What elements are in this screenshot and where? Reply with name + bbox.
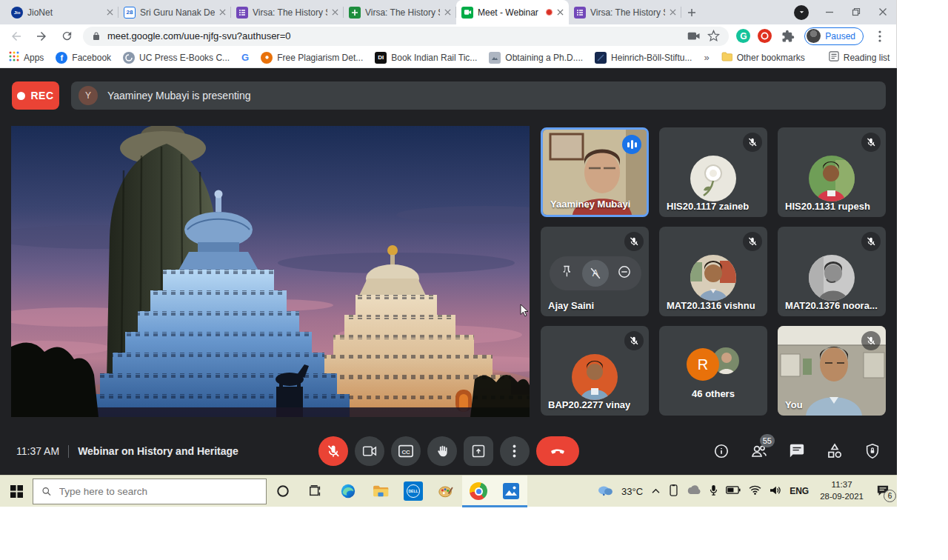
- bookmarks-overflow-chevron[interactable]: »: [704, 52, 709, 63]
- window-minimize-button[interactable]: [825, 6, 834, 19]
- taskbar-time: 11:37: [832, 480, 852, 489]
- tab-meet-active[interactable]: Meet - Webinar: [456, 0, 569, 24]
- new-tab-button[interactable]: [681, 2, 702, 23]
- tile-ajay[interactable]: A Ajay Saini: [541, 227, 649, 316]
- grammarly-extension-icon[interactable]: G: [736, 29, 750, 43]
- bookmark-plagiarism[interactable]: Free Plagiarism Det...: [261, 52, 363, 64]
- bookmark-label: Apps: [24, 53, 44, 63]
- profile-sync-paused-button[interactable]: Paused: [804, 27, 864, 45]
- leave-call-button[interactable]: [536, 436, 579, 466]
- search-input[interactable]: [59, 486, 258, 497]
- reading-list-button[interactable]: Reading list: [829, 51, 890, 64]
- raise-hand-button[interactable]: [427, 436, 457, 466]
- paint-icon[interactable]: [430, 476, 462, 507]
- activities-button[interactable]: [826, 442, 844, 460]
- pin-icon[interactable]: [559, 264, 574, 282]
- chat-button[interactable]: [789, 443, 805, 459]
- cortana-icon[interactable]: [267, 476, 299, 507]
- bookmark-apps[interactable]: Apps: [9, 51, 44, 64]
- bookmark-facebook[interactable]: f Facebook: [56, 52, 111, 64]
- tile-rupesh[interactable]: HIS20.1131 rupesh: [778, 127, 886, 217]
- more-options-button[interactable]: [500, 436, 530, 466]
- meeting-details-button[interactable]: [713, 443, 730, 459]
- start-button[interactable]: [0, 476, 33, 507]
- bookmark-phd[interactable]: Obtaining a Ph.D....: [489, 52, 583, 64]
- other-bookmarks-button[interactable]: Other bookmarks: [721, 52, 805, 64]
- tile-you[interactable]: You: [778, 326, 886, 416]
- tray-mic-icon[interactable]: [710, 484, 718, 499]
- tab-close-icon[interactable]: [219, 7, 226, 18]
- taskbar-search-box[interactable]: [33, 479, 267, 504]
- wifi-icon[interactable]: [749, 485, 761, 497]
- mute-participant-icon[interactable]: A: [582, 260, 609, 287]
- tile-zaineb[interactable]: HIS20.1117 zaineb: [659, 127, 767, 217]
- participant-name: HIS20.1131 rupesh: [785, 201, 870, 212]
- tile-yaaminey[interactable]: Yaaminey Mubayi: [541, 127, 649, 217]
- meet-control-bar: 11:37 AM Webinar on History and Heritage…: [0, 427, 897, 475]
- remove-participant-icon[interactable]: [617, 264, 632, 282]
- task-view-icon[interactable]: [299, 476, 332, 507]
- tile-noora[interactable]: MAT20.1376 noora...: [778, 227, 886, 316]
- tile-vishnu[interactable]: MAT20.1316 vishnu: [659, 227, 767, 316]
- tab-jionet[interactable]: Jio JioNet: [6, 0, 118, 24]
- google-meet-app: REC Y Yaaminey Mubayi is presenting: [0, 68, 897, 475]
- your-phone-icon[interactable]: [669, 484, 678, 499]
- language-indicator[interactable]: ENG: [790, 486, 809, 496]
- bookmark-label: Facebook: [72, 53, 111, 63]
- tab-close-icon[interactable]: [332, 7, 338, 18]
- bookmarks-bar: Apps f Facebook UC Press E-Books C... G …: [0, 47, 896, 68]
- present-screen-button[interactable]: [464, 436, 493, 466]
- bookmark-ucpress[interactable]: UC Press E-Books C...: [123, 52, 230, 64]
- tab-virsa-sheets[interactable]: Virsa: The History S: [344, 0, 456, 24]
- window-restore-button[interactable]: [852, 6, 861, 19]
- titlebar-dropdown-icon[interactable]: [794, 5, 809, 20]
- volume-icon[interactable]: [770, 485, 781, 498]
- weather-icon: [597, 484, 613, 499]
- reload-icon[interactable]: [58, 27, 76, 45]
- browser-menu-kebab-icon[interactable]: [871, 27, 889, 45]
- tab-close-icon[interactable]: [557, 7, 564, 18]
- participants-button[interactable]: 55: [750, 442, 768, 460]
- photos-taskbar-icon[interactable]: [495, 476, 527, 507]
- taskbar-clock[interactable]: 11:37 28-09-2021: [820, 479, 864, 502]
- bookmark-boell[interactable]: Heinrich-Böll-Stiftu...: [595, 52, 692, 64]
- avatar: [572, 354, 618, 400]
- file-explorer-icon[interactable]: [364, 476, 397, 507]
- avatar: [809, 156, 855, 201]
- sheets-favicon: [349, 7, 361, 19]
- tab-virsa-forms-1[interactable]: Virsa: The History S: [231, 0, 344, 24]
- back-icon[interactable]: [7, 27, 25, 45]
- battery-icon[interactable]: [726, 486, 741, 496]
- presentation-stage[interactable]: [11, 126, 530, 417]
- mic-mute-button[interactable]: [318, 436, 348, 466]
- tab-close-icon[interactable]: [670, 7, 676, 18]
- extensions-puzzle-icon[interactable]: [779, 27, 797, 45]
- tab-title: JioNet: [27, 7, 102, 18]
- tab-calendar[interactable]: 28 Sri Guru Nanak Dev: [118, 0, 231, 24]
- camera-button[interactable]: [355, 436, 384, 466]
- bookmark-google[interactable]: G: [241, 52, 249, 63]
- edge-icon[interactable]: [332, 476, 364, 507]
- onedrive-icon[interactable]: [687, 485, 701, 497]
- host-controls-button[interactable]: [864, 443, 881, 459]
- notification-center-button[interactable]: 6: [876, 484, 889, 499]
- chrome-taskbar-icon[interactable]: [462, 476, 495, 507]
- facebook-icon: f: [56, 52, 67, 64]
- captions-button[interactable]: CC: [391, 436, 421, 466]
- tab-close-icon[interactable]: [444, 7, 451, 18]
- window-close-button[interactable]: [878, 6, 887, 19]
- temperature-label[interactable]: 33°C: [621, 486, 643, 497]
- others-letter-avatar: R: [687, 348, 719, 381]
- tab-virsa-forms-2[interactable]: Virsa: The History S: [569, 0, 681, 24]
- tile-vinay[interactable]: BAP20.2277 vinay: [541, 326, 649, 416]
- address-bar[interactable]: meet.google.com/uue-njfg-svu?authuser=0: [83, 27, 729, 46]
- bookmark-rail[interactable]: DI Book Indian Rail Tic...: [375, 52, 477, 64]
- bookmark-star-icon[interactable]: [707, 30, 720, 42]
- red-extension-icon[interactable]: [758, 29, 772, 43]
- tab-close-icon[interactable]: [107, 7, 113, 18]
- tile-others[interactable]: R 46 others: [659, 326, 767, 416]
- dell-app-icon[interactable]: DELL: [397, 476, 430, 507]
- tray-expand-chevron[interactable]: [651, 486, 661, 496]
- forward-icon[interactable]: [33, 27, 50, 45]
- tab-camera-icon[interactable]: [687, 31, 701, 41]
